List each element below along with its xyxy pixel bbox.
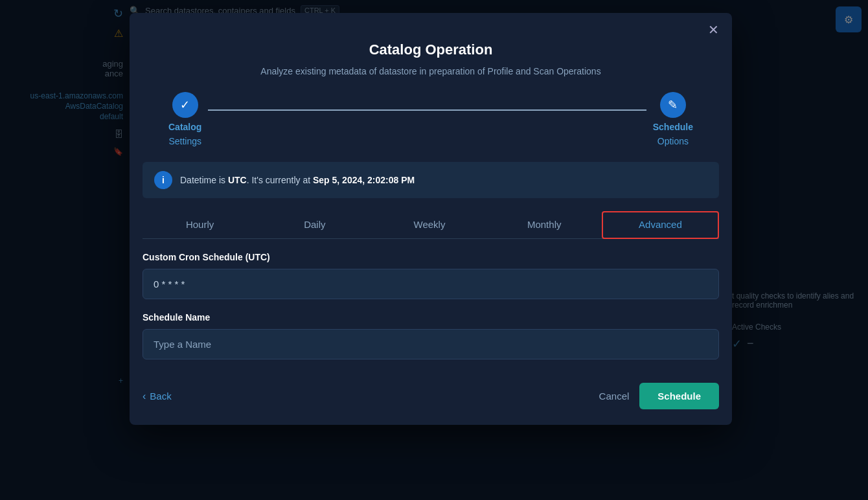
modal-title: Catalog Operation bbox=[130, 41, 732, 66]
schedule-name-input[interactable] bbox=[143, 329, 719, 359]
step-1-circle: ✓ bbox=[172, 92, 198, 118]
schedule-name-section: Schedule Name bbox=[130, 312, 732, 372]
checkmark-icon: ✓ bbox=[180, 98, 190, 112]
step-1: ✓ Catalog Settings bbox=[168, 92, 201, 146]
step-2-circle: ✎ bbox=[660, 92, 686, 118]
step-2: ✎ Schedule Options bbox=[653, 92, 693, 146]
back-label: Back bbox=[150, 391, 171, 402]
chevron-left-icon: ‹ bbox=[143, 391, 146, 402]
catalog-operation-modal: ✕ Catalog Operation Analyze existing met… bbox=[130, 13, 732, 425]
tab-monthly[interactable]: Monthly bbox=[487, 211, 602, 239]
footer-actions: Cancel Schedule bbox=[599, 383, 719, 409]
cron-label: Custom Cron Schedule (UTC) bbox=[143, 252, 719, 262]
step-line bbox=[208, 109, 646, 111]
schedule-button[interactable]: Schedule bbox=[639, 383, 719, 409]
info-text: Datetime is UTC. It's currently at Sep 5… bbox=[180, 175, 415, 185]
close-button[interactable]: ✕ bbox=[708, 23, 719, 36]
modal-footer: ‹ Back Cancel Schedule bbox=[130, 372, 732, 425]
schedule-tabs: Hourly Daily Weekly Monthly Advanced bbox=[143, 211, 719, 239]
info-icon: i bbox=[154, 171, 172, 189]
step-1-label: Catalog bbox=[168, 122, 201, 132]
step-2-sublabel: Options bbox=[657, 136, 689, 146]
info-box: i Datetime is UTC. It's currently at Sep… bbox=[143, 162, 719, 198]
schedule-name-label: Schedule Name bbox=[143, 312, 719, 323]
tab-hourly[interactable]: Hourly bbox=[143, 211, 257, 239]
stepper: ✓ Catalog Settings ✎ Schedule Options bbox=[130, 92, 732, 162]
modal-subtitle: Analyze existing metadata of datastore i… bbox=[130, 66, 732, 92]
tab-advanced[interactable]: Advanced bbox=[602, 211, 719, 239]
cancel-button[interactable]: Cancel bbox=[599, 391, 630, 402]
back-button[interactable]: ‹ Back bbox=[143, 391, 172, 402]
cron-input[interactable] bbox=[143, 269, 719, 299]
modal-topbar: ✕ bbox=[130, 13, 732, 41]
step-1-sublabel: Settings bbox=[168, 136, 201, 146]
step-2-label: Schedule bbox=[653, 122, 693, 132]
tab-daily[interactable]: Daily bbox=[257, 211, 372, 239]
pencil-icon: ✎ bbox=[668, 98, 678, 112]
tab-weekly[interactable]: Weekly bbox=[372, 211, 486, 239]
cron-section: Custom Cron Schedule (UTC) bbox=[130, 252, 732, 312]
